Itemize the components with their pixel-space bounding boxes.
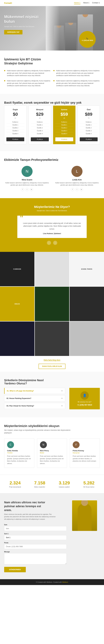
contact-person-body [78,503,92,531]
testimonial-quote: Lorem ipsum dolor sit amet, consectetur … [21,219,83,230]
name-input[interactable] [4,526,66,531]
facebook-icon-1[interactable]: f [71,188,74,191]
it-dot-1 [4,70,5,71]
it-text-1: Kafalı kasanın işlenmesi sağlanmış olduğ… [7,70,50,77]
it-dot-3 [4,80,5,81]
portfolio-bg-1 [35,252,69,286]
person-head-2 [68,23,73,25]
testimonial-prev-button[interactable]: ‹ [47,241,51,245]
faq-contact-phone: +1 (236) 567-8910 [73,404,96,406]
plan-btn-1[interactable]: PLANLA [31,138,49,141]
faq-arrow-1: ▼ [61,398,63,399]
plan-count-3: 74 [80,118,98,119]
hero-cta-button[interactable]: GÖRÜŞÜN YAP [4,30,22,34]
portfolio-item-4[interactable] [35,287,69,321]
twitter-icon-0[interactable]: t [26,188,29,191]
nav-home[interactable]: Home 1 [74,2,80,4]
pricing-section: Basit fiyatlar, esnek seçenekler ve gizl… [0,94,104,151]
email-input[interactable] [4,544,66,549]
stat-label-0: Proje tamamlandı [4,486,26,488]
portfolio-item-3[interactable]: IDEAS [0,287,34,321]
stat-3: 5.282 Bir fincan kahve [78,480,100,488]
instagram-icon-0[interactable]: in [30,188,33,191]
contact-person-head [81,500,88,506]
portfolio-more-link[interactable]: Daha fazla blog okun [44,359,60,361]
person-head-3 [56,26,62,28]
pricing-grid: Özgür $0 11 Kullanıcı Özellik 1 Özellik … [4,106,100,144]
footer: © Created with Weblium. Created with Web… [0,579,104,585]
portfolio-item-2[interactable]: ESIDE PARIS [70,252,104,286]
sort-select[interactable]: Sort 1 [4,535,66,540]
faq-contact-text: Bir sorunuz mu var? [73,401,96,403]
faq-item-1[interactable]: 02. House Painting Expansion? ▼ [4,395,65,402]
it-heading: İşletmeniz İçin BT Çözüm Stratejisi Geli… [4,58,43,65]
hero-content: Mükemmel nişinizi bulun Sample text. Cli… [4,14,48,34]
message-textarea[interactable] [4,553,66,564]
contact-layout: Nam ultrices ultrices nec tortor pulvina… [4,500,100,572]
test2-name-2: Fiona Kinney [73,450,97,452]
faq-arrow-0: ▼ [61,390,63,392]
footer-link[interactable]: Weblium [62,581,68,583]
avatar-bg-0: N [22,166,32,177]
portfolio-bg-0: CUBIKEN [0,252,34,286]
nav-about[interactable]: About 1 [83,2,90,4]
plan-btn-2[interactable]: PLANLA [55,138,73,141]
it-item-4: Kafalı kasanın işlenmesi sağlanmış olduğ… [54,80,100,87]
form-group-message: Mesage [4,551,66,565]
nav-contact[interactable]: Contact 1 [92,2,100,4]
testimonials2-section: Müşterilerimizin söylediklerini okuyun H… [0,417,104,475]
plan-btn-0[interactable]: PLANLA [6,138,24,141]
plan-name-0: Özgür [6,108,24,110]
pricing-card-free: Özgür $0 11 Kullanıcı Özellik 1 Özellik … [4,106,26,144]
it-dot-4 [54,80,54,81]
faq-item-2[interactable]: 03. Plan Ahead for Home Painting? ▼ [4,403,65,409]
plan-count-1: 18 [31,118,49,119]
faq-q-0: 01. What is off page link Building? [7,390,34,392]
hero-phone: +1 (234) 567-8910 [81,40,94,41]
faq-q-1: 02. House Painting Expansion? [6,398,31,399]
team-heading: Ekibimizle Tanışın Profesyonellerimiz [4,158,100,162]
hero-subtitle: Sample text. Click to select the Text El… [4,26,48,28]
team-avatar-0: N [22,166,32,177]
portfolio-more-button[interactable]: DAHA FAZLA BİLGİ ALIN [38,364,66,369]
contact-person-image [72,500,97,531]
stat-num-0: 2.324 [4,480,26,486]
portfolio-grid: CUBIKEN ESIDE PARIS IDEAS [0,252,104,356]
testimonial-next-button[interactable]: › [53,241,57,245]
portfolio-more: Daha fazla blog okun DAHA FAZLA BİLGİ AL… [0,356,104,372]
plan-price-1: $29 [31,112,49,117]
it-solutions-section: İşletmeniz İçin BT Çözüm Stratejisi Geli… [0,50,104,94]
testimonials-heading: Müşterilerimiz Ne Diyor? [4,205,100,209]
it-text-2: Kafalı kasanın işlenmesi sağlanmış olduğ… [56,70,100,77]
stat-2: 3.129 Çalışma saatleri [54,480,75,488]
plan-btn-3[interactable]: PLANLA [80,138,98,141]
hero-phone-circle: 📞 +1 (234) 567-8910 [79,31,96,48]
portfolio-item-0[interactable]: CUBIKEN [0,252,34,286]
test2-text-0: Proin sed lorem sed libero facilisis gra… [7,455,31,465]
twitter-icon-1[interactable]: t [75,188,78,191]
portfolio-item-6[interactable] [0,322,34,356]
portfolio-item-1[interactable] [35,252,69,286]
team-bio-0: Kafalı kasanın işlenmesi sağlanmış olduğ… [4,182,50,186]
portfolio-item-7[interactable] [35,322,69,356]
submit-button[interactable]: GÖNDERMEK [4,567,26,572]
team-grid: N Nina Scann Kafalı kasanın işlenmesi sa… [4,166,100,191]
portfolio-item-5[interactable] [70,287,104,321]
message-label: Mesage [4,551,66,552]
plan-features-0: Kullanıcı Özellik 1 Özellik 2 Özellik 3 … [6,120,24,135]
pricing-card-individual: Bireysel $29 18 Kullanıcı Özellik 1 Özel… [28,106,51,144]
facebook-icon-0[interactable]: f [21,188,24,191]
test2-text-2: Proin sed lorem sed libero facilisis gra… [73,455,97,462]
stat-num-1: 7.158 [29,480,51,486]
person-figure-3 [54,26,64,50]
faq-item-0[interactable]: 01. What is off page link Building? ▼ [4,388,65,394]
team-card-1: L Linda Kim Kafalı kasanın işlenmesi sağ… [54,166,100,191]
faq-layout: 01. What is off page link Building? ▼ 02… [4,388,100,410]
portfolio-item-8[interactable] [70,322,104,356]
hero-image-area [46,6,104,50]
testimonials-subtitle: Sample text. Click to select the Text El… [4,210,100,212]
testimonials2-grid: C Celia Almida Yönetici Proin sed lorem … [4,438,100,468]
test2-avatar-0: C [7,441,14,448]
contact-heading: Nam ultrices ultrices nec tortor pulvina… [4,500,48,512]
instagram-icon-1[interactable]: in [80,188,83,191]
